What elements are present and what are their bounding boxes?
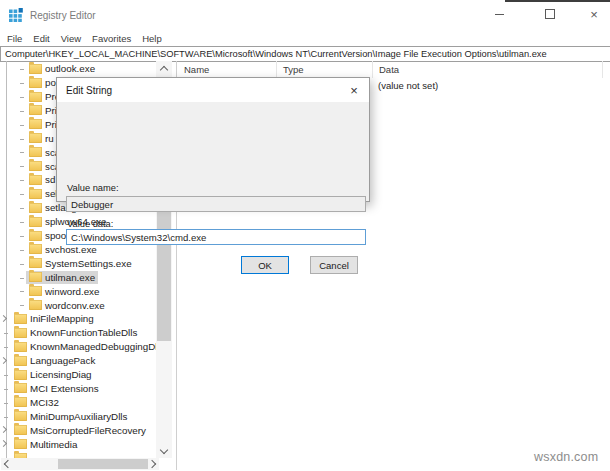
folder-icon [29, 217, 42, 227]
expand-chevron-icon[interactable] [0, 315, 7, 322]
folder-icon [29, 147, 42, 157]
title-bar: Registry Editor × [0, 0, 610, 30]
folder-icon [14, 411, 27, 421]
close-button[interactable]: × [578, 3, 610, 25]
tree-item-utilman-exe[interactable]: utilman.exe [0, 271, 156, 285]
tree-item-languagepack[interactable]: LanguagePack [0, 354, 156, 368]
tree-item-label: wordconv.exe [45, 300, 105, 311]
menu-item-edit[interactable]: Edit [33, 33, 49, 44]
tree-item-content[interactable]: LicensingDiag [11, 368, 95, 382]
tree-connector [20, 222, 24, 223]
menu-item-view[interactable]: View [61, 33, 81, 44]
tree-item-content[interactable]: KnownManagedDebuggingDlls [11, 340, 156, 354]
tree-item-content[interactable]: po [26, 76, 59, 90]
expand-chevron-icon[interactable] [0, 357, 7, 364]
folder-icon [29, 78, 42, 88]
tree-item-content[interactable]: outlook.exe [26, 62, 98, 76]
expand-chevron-icon[interactable] [0, 440, 7, 447]
tree-item-mci32[interactable]: MCI32 [0, 396, 156, 410]
tree-item-partial[interactable] [0, 451, 156, 458]
tree-item-label: outlook.exe [45, 63, 95, 74]
scroll-down-button[interactable] [156, 444, 172, 458]
tree-item-msicorruptedfilerecovery[interactable]: MsiCorruptedFileRecovery [0, 423, 156, 437]
tree-item-content[interactable]: wordconv.exe [26, 298, 108, 312]
tree-item-wordconv-exe[interactable]: wordconv.exe [0, 298, 156, 312]
dialog-close-button[interactable]: × [339, 78, 369, 102]
tree-connector [20, 97, 24, 98]
folder-icon [29, 189, 42, 199]
tree-item-knownmanageddebuggingdlls[interactable]: KnownManagedDebuggingDlls [0, 340, 156, 354]
tree-connector [20, 208, 24, 209]
scroll-up-button[interactable] [156, 61, 172, 75]
list-header: Name Type Data [178, 61, 610, 78]
tree-connector [4, 417, 8, 418]
menu-item-favorites[interactable]: Favorites [92, 33, 131, 44]
tree-item-content[interactable]: MsiCorruptedFileRecovery [11, 423, 149, 437]
tree-item-minidumpauxiliarydlls[interactable]: MiniDumpAuxiliaryDlls [0, 410, 156, 424]
tree-item-content[interactable]: utilman.exe [26, 271, 98, 285]
column-header-data[interactable]: Data [372, 61, 602, 78]
horizontal-scroll-thumb[interactable] [58, 459, 148, 469]
menu-bar: FileEditViewFavoritesHelp [0, 30, 610, 46]
tree-connector [4, 403, 8, 404]
tree-item-content[interactable]: IniFileMapping [11, 312, 97, 326]
maximize-button[interactable] [534, 3, 566, 25]
folder-icon [14, 439, 27, 449]
tree-item-content[interactable] [11, 451, 33, 458]
scroll-right-button[interactable] [148, 458, 159, 470]
tree-item-content[interactable]: Pri [26, 104, 60, 118]
dialog-title: Edit String [66, 85, 112, 96]
address-bar[interactable]: Computer\HKEY_LOCAL_MACHINE\SOFTWARE\Mic… [0, 46, 610, 62]
tree-item-mci-extensions[interactable]: MCI Extensions [0, 382, 156, 396]
screenshot-artifact-line [505, 0, 610, 2]
tree-horizontal-scrollbar[interactable] [1, 458, 159, 470]
menu-item-file[interactable]: File [7, 33, 22, 44]
tree-item-content[interactable]: ru [26, 132, 57, 146]
tree-item-label: LanguagePack [30, 355, 95, 366]
tree-item-content[interactable]: Pri [26, 118, 60, 132]
column-header-type[interactable]: Type [276, 61, 372, 78]
expand-chevron-icon[interactable] [0, 426, 7, 433]
folder-icon [29, 92, 42, 102]
tree-connector [20, 278, 24, 279]
column-header-name[interactable]: Name [178, 61, 276, 78]
tree-connector [20, 139, 24, 140]
tree-item-content[interactable]: KnownFunctionTableDlls [11, 326, 140, 340]
minimize-button[interactable] [483, 3, 515, 25]
tree-item-content[interactable]: MiniDumpAuxiliaryDlls [11, 410, 130, 424]
tree-item-label: po [45, 77, 56, 88]
tree-item-inifilemapping[interactable]: IniFileMapping [0, 312, 156, 326]
tree-item-outlook-exe[interactable]: outlook.exe [0, 62, 156, 76]
tree-item-label: ru [45, 133, 54, 144]
tree-item-label: SystemSettings.exe [45, 258, 132, 269]
cancel-button[interactable]: Cancel [310, 256, 358, 274]
folder-icon [14, 370, 27, 380]
scroll-left-button[interactable] [1, 458, 12, 470]
tree-item-content[interactable]: SystemSettings.exe [26, 257, 135, 271]
tree-connector [20, 111, 24, 112]
tree-connector [20, 194, 24, 195]
tree-item-content[interactable]: LanguagePack [11, 354, 98, 368]
folder-icon [29, 258, 42, 268]
tree-item-content[interactable]: sd [26, 173, 58, 187]
tree-item-winword-exe[interactable]: winword.exe [0, 284, 156, 298]
tree-item-content[interactable]: Multimedia [11, 437, 80, 451]
folder-icon [29, 244, 42, 254]
folder-icon [14, 383, 27, 393]
tree-connector [20, 236, 24, 237]
value-data-field[interactable]: C:\Windows\System32\cmd.exe [66, 229, 366, 245]
tree-item-content[interactable]: winword.exe [26, 284, 102, 298]
ok-button[interactable]: OK [241, 256, 289, 274]
close-icon: × [590, 7, 598, 22]
folder-icon [29, 64, 42, 74]
tree-item-multimedia[interactable]: Multimedia [0, 437, 156, 451]
tree-item-content[interactable]: MCI32 [11, 396, 62, 410]
menu-item-help[interactable]: Help [142, 33, 162, 44]
tree-item-label: svchost.exe [45, 244, 97, 255]
tree-item-knownfunctiontabledlls[interactable]: KnownFunctionTableDlls [0, 326, 156, 340]
tree-item-content[interactable]: MCI Extensions [11, 382, 102, 396]
tree-item-systemsettings-exe[interactable]: SystemSettings.exe [0, 257, 156, 271]
value-name-field[interactable]: Debugger [66, 196, 366, 212]
tree-item-licensingdiag[interactable]: LicensingDiag [0, 368, 156, 382]
registry-editor-window: Registry Editor × FileEditViewFavoritesH… [0, 0, 610, 471]
